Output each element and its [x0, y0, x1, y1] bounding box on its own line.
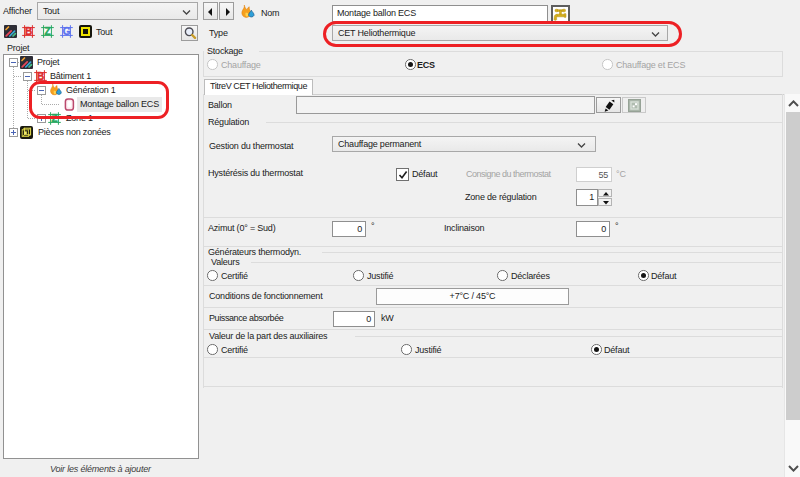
svg-text:Z: Z — [45, 26, 51, 37]
svg-text:G: G — [63, 26, 71, 37]
svg-text:B: B — [25, 26, 32, 37]
svg-text:B: B — [37, 71, 44, 82]
